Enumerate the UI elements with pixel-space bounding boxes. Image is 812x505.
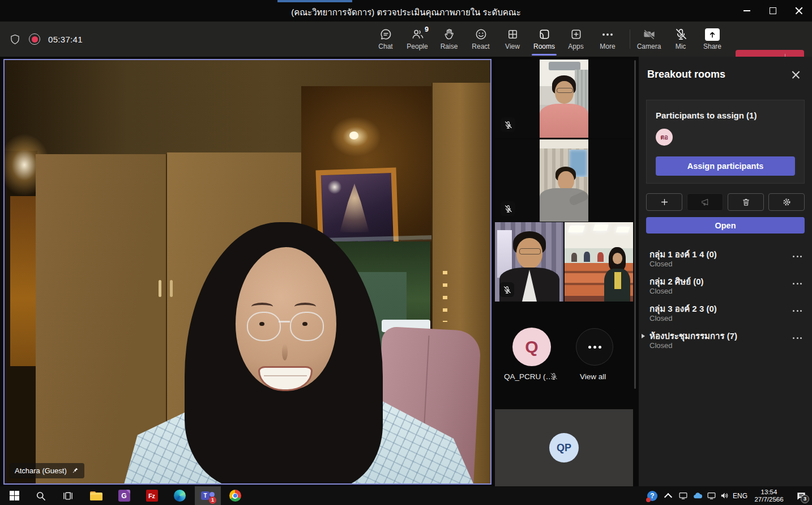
thumb4-light-2 bbox=[593, 224, 609, 231]
toolbar-chat-button[interactable]: Chat bbox=[370, 22, 401, 57]
recording-indicator-icon bbox=[29, 33, 40, 45]
file-explorer-button[interactable] bbox=[85, 486, 108, 505]
close-button[interactable] bbox=[786, 0, 812, 22]
toolbar-react-button[interactable]: React bbox=[465, 22, 497, 57]
tray-expand-button[interactable] bbox=[661, 486, 675, 505]
thumbnail-scrollbar[interactable] bbox=[634, 60, 636, 389]
edge-button[interactable] bbox=[168, 486, 191, 505]
participant-thumbnail-4[interactable] bbox=[565, 222, 633, 302]
breakout-room-row-2[interactable]: กลุ่ม 2 ศิษย์ (0) Closed bbox=[639, 274, 812, 300]
room-3-menu-button[interactable] bbox=[790, 308, 804, 314]
assign-header: Participants to assign (1) bbox=[656, 111, 757, 120]
open-rooms-label: Open bbox=[715, 221, 736, 230]
toolbar-apps-button[interactable]: Apps bbox=[560, 22, 592, 57]
breakout-room-row-4[interactable]: ห้องประชุมกรรมการ (7) Closed bbox=[639, 328, 812, 354]
breakout-panel-close-button[interactable] bbox=[790, 69, 802, 80]
filezilla-button[interactable]: Fz bbox=[140, 486, 163, 505]
start-button[interactable] bbox=[5, 486, 24, 505]
view-all-button[interactable] bbox=[576, 328, 613, 366]
share-button[interactable]: Share bbox=[696, 22, 728, 57]
people-count-badge: 9 bbox=[425, 26, 429, 33]
camera-label: Camera bbox=[637, 43, 661, 50]
view-all-circle bbox=[576, 328, 613, 366]
breakout-rooms-panel: Breakout rooms Participants to assign (1… bbox=[639, 57, 812, 486]
participant-thumbnail-2[interactable] bbox=[495, 139, 633, 222]
overflow-participant-qa[interactable]: Q bbox=[512, 328, 551, 366]
video-scene-door-handle-2 bbox=[170, 280, 173, 297]
minimize-button[interactable] bbox=[734, 0, 760, 22]
person-eye-left bbox=[259, 322, 264, 326]
help-tray-button[interactable]: ? bbox=[644, 486, 660, 505]
teams-meeting-window: (คณะวิทยาการจัดการ) ตรวจประเมินคุณภาพภาย… bbox=[0, 0, 812, 505]
video-scene-ceiling-lamp bbox=[349, 131, 358, 139]
breakout-room-row-3[interactable]: กลุ่ม 3 องค์ 2 3 (0) Closed bbox=[639, 301, 812, 327]
person-glasses-bridge bbox=[279, 321, 290, 322]
onedrive-tray-button[interactable] bbox=[690, 486, 705, 505]
mic-toggle-button[interactable]: Mic bbox=[665, 22, 696, 57]
language-indicator[interactable]: ENG bbox=[732, 486, 749, 505]
participant-thumbnail-3[interactable] bbox=[495, 222, 563, 302]
toolbar-rooms-button[interactable]: Rooms bbox=[528, 22, 560, 57]
thumb4-woman-face bbox=[613, 253, 622, 264]
rooms-settings-button[interactable] bbox=[768, 193, 805, 211]
view-grid-icon bbox=[506, 28, 519, 41]
tray-screen-share-button[interactable] bbox=[676, 486, 690, 505]
task-view-icon bbox=[62, 490, 74, 502]
room-2-status: Closed bbox=[649, 287, 672, 295]
task-view-button[interactable] bbox=[57, 486, 79, 505]
meeting-stage: Atchara (Guest) bbox=[0, 57, 812, 486]
restore-icon bbox=[770, 7, 776, 14]
assign-participants-button[interactable]: Assign participants bbox=[656, 156, 795, 176]
teams-taskbar-button[interactable]: T 1 bbox=[195, 486, 221, 505]
pdf-app-button[interactable]: G bbox=[113, 486, 135, 505]
clock-date: 27/7/2566 bbox=[754, 496, 783, 503]
view-label: View bbox=[505, 43, 520, 50]
thumb4-person-c bbox=[597, 252, 604, 262]
meeting-timer: 05:37:41 bbox=[48, 35, 83, 44]
unassigned-participant-avatar[interactable]: ตอ bbox=[656, 129, 673, 146]
plus-icon bbox=[660, 197, 669, 207]
main-video-tile[interactable]: Atchara (Guest) bbox=[3, 59, 492, 485]
security-shield-icon[interactable] bbox=[9, 33, 21, 45]
folder-icon bbox=[90, 491, 102, 500]
add-room-button[interactable] bbox=[646, 193, 682, 211]
thumb1-person-shirt bbox=[540, 104, 588, 138]
restore-button[interactable] bbox=[760, 0, 786, 22]
apps-label: Apps bbox=[568, 43, 583, 50]
room-2-menu-button[interactable] bbox=[790, 281, 804, 287]
teams-notification-badge: 1 bbox=[209, 496, 216, 504]
thumb4-light-1 bbox=[568, 226, 585, 232]
self-video-tile[interactable]: QP bbox=[495, 409, 633, 486]
room-1-menu-button[interactable] bbox=[790, 253, 804, 260]
breakout-room-row-1[interactable]: กลุ่ม 1 องค์ 1 4 (0) Closed bbox=[639, 247, 812, 273]
toolbar-people-button[interactable]: 9 People bbox=[401, 22, 433, 57]
toolbar-view-button[interactable]: View bbox=[497, 22, 528, 57]
toolbar-more-button[interactable]: More bbox=[592, 22, 623, 57]
open-rooms-button[interactable]: Open bbox=[646, 217, 805, 234]
people-label: People bbox=[407, 43, 428, 50]
participant-thumbnail-1[interactable] bbox=[495, 60, 633, 138]
chrome-button[interactable] bbox=[224, 486, 246, 505]
thumb4-ceiling bbox=[565, 222, 633, 248]
clock-time: 13:54 bbox=[754, 489, 783, 496]
clock[interactable]: 13:54 27/7/2566 bbox=[751, 486, 787, 505]
delete-rooms-button[interactable] bbox=[728, 193, 764, 211]
action-center-button[interactable]: 3 bbox=[792, 486, 811, 505]
self-avatar: QP bbox=[549, 433, 579, 462]
announcement-button[interactable] bbox=[687, 193, 723, 211]
thumb4-light-3 bbox=[616, 227, 630, 232]
more-label: More bbox=[600, 43, 615, 50]
react-smiley-icon bbox=[475, 28, 488, 41]
qa-avatar: Q bbox=[512, 328, 551, 366]
volume-tray-button[interactable] bbox=[717, 486, 732, 505]
room-4-expand-icon[interactable] bbox=[642, 334, 645, 338]
chat-icon bbox=[379, 28, 392, 41]
toolbar-raise-button[interactable]: Raise bbox=[433, 22, 465, 57]
mic-label: Mic bbox=[676, 43, 686, 50]
thumb4-person-b bbox=[584, 252, 590, 262]
room-4-menu-button[interactable] bbox=[790, 335, 804, 341]
camera-toggle-button[interactable]: Camera bbox=[633, 22, 665, 57]
unassigned-participant-initials: ตอ bbox=[660, 132, 668, 142]
taskbar-search-button[interactable] bbox=[29, 486, 52, 505]
thumb1-ac-vent bbox=[549, 62, 580, 70]
